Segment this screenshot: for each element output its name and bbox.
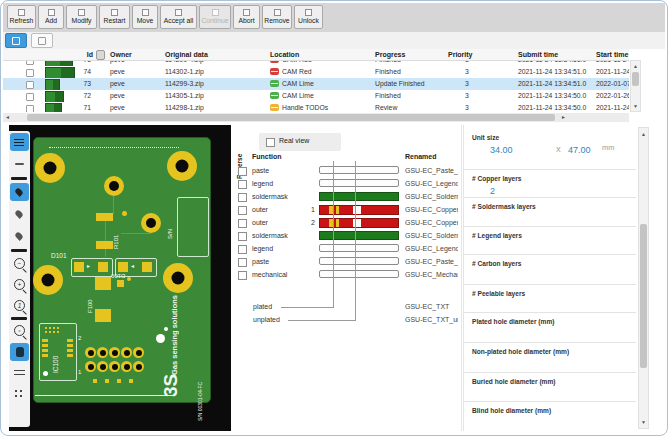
peelable-layers-card[interactable]: # Peelable layers [464, 284, 636, 312]
row-checkbox[interactable] [26, 105, 34, 112]
grid-tool-button[interactable] [10, 385, 29, 403]
stackup-bar-copper-bottom [319, 218, 399, 228]
layer-checkbox[interactable] [238, 180, 247, 189]
properties-vertical-scrollbar[interactable]: ▲ ▼ [638, 127, 649, 429]
zoom-fit-button[interactable]: ▫ [10, 322, 29, 340]
layer-checkbox[interactable] [238, 219, 247, 228]
layer-checkbox[interactable] [238, 245, 247, 254]
move-button[interactable]: Move [132, 5, 158, 29]
scrollbar-thumb[interactable] [640, 224, 647, 368]
layer-row[interactable]: outer 2 GSU-EC_Copper_ [233, 217, 459, 230]
abort-button[interactable]: Abort [233, 5, 260, 29]
scroll-right-icon[interactable]: ► [561, 113, 566, 122]
column-priority[interactable]: Priority [448, 50, 473, 60]
remove-button[interactable]: Remove [262, 5, 292, 29]
drill-row-plated[interactable]: plated GSU-EC_TXT [233, 301, 459, 313]
row-checkbox[interactable] [26, 69, 34, 77]
table-vertical-scrollbar[interactable]: ▲ ▼ [630, 60, 641, 112]
scroll-up-icon[interactable]: ▲ [631, 62, 640, 70]
unit-width-value[interactable]: 34.00 [490, 145, 513, 155]
pan-tool-button-active[interactable] [10, 343, 29, 361]
layer-row[interactable]: legend GSU-EC_Legend [233, 178, 459, 191]
layer-row[interactable]: soldermask GSU-EC_Solderm [233, 230, 459, 243]
layer-checkbox[interactable] [238, 206, 247, 215]
layer-checkbox[interactable] [238, 232, 247, 241]
header-pad [133, 361, 144, 372]
column-start-time[interactable]: Start time [596, 50, 628, 60]
probe-icon [14, 187, 24, 197]
layer-row[interactable]: mechanical GSU-EC_Mechan [233, 269, 459, 282]
scroll-left-icon[interactable]: ◄ [5, 113, 10, 122]
unit-size-card[interactable]: Unit size 34.00 X 47.00 mm [464, 129, 636, 169]
scrollbar-thumb[interactable] [632, 72, 639, 86]
column-submit-time[interactable]: Submit time [518, 50, 558, 60]
copper-layers-card[interactable]: # Copper layers 2 [464, 169, 636, 197]
buried-hole-diameter-card[interactable]: Buried hole diameter (mm) [464, 372, 636, 401]
add-button[interactable]: Add [38, 5, 64, 29]
scroll-down-icon[interactable]: ▼ [631, 102, 640, 110]
plated-hole-diameter-card[interactable]: Plated hole diameter (mm) [464, 312, 636, 342]
pcb-preview-canvas[interactable]: R101 D101 ▸ ◂ D100 F100 IC100 2 1 [9, 125, 231, 431]
probe-tool-button-active[interactable] [10, 183, 29, 201]
layer-row[interactable]: legend GSU-EC_Legend [233, 243, 459, 256]
drill-hole [136, 350, 142, 356]
row-checkbox[interactable] [26, 93, 34, 101]
unlock-button[interactable]: Unlock [294, 5, 323, 29]
row-checkbox[interactable] [26, 81, 34, 89]
column-id[interactable]: Id [81, 50, 93, 60]
copper-layers-value[interactable]: 2 [490, 186, 495, 196]
scroll-up-icon[interactable]: ▲ [639, 130, 648, 138]
column-owner[interactable]: Owner [110, 50, 132, 60]
table-horizontal-scrollbar[interactable]: ◄ ► [3, 113, 629, 122]
scroll-down-icon[interactable]: ▼ [639, 418, 648, 426]
layer-checkbox[interactable] [238, 167, 247, 176]
probe-tool-button-2[interactable] [10, 205, 29, 223]
column-progress[interactable]: Progress [375, 50, 405, 60]
restart-button[interactable]: Restart [99, 5, 130, 29]
sn-label: S/N [167, 219, 174, 239]
legend-layers-card[interactable]: # Legend layers [464, 226, 636, 254]
non-plated-hole-diameter-card[interactable]: Non-plated hole diameter (mm) [464, 342, 636, 372]
modify-button[interactable]: Modify [66, 5, 97, 29]
align-tool-button[interactable] [10, 364, 29, 382]
soldermask-layers-card[interactable]: # Soldermask layers [464, 197, 636, 226]
mount-pad [35, 153, 65, 183]
drill-row-unplated[interactable]: unplated GSU-EC_TXT_un [233, 314, 459, 326]
tab-list-view-selected[interactable] [5, 33, 27, 48]
layer-checkbox[interactable] [238, 271, 247, 280]
layer-row[interactable]: outer 1 GSU-EC_Copper_ [233, 204, 459, 217]
real-view-toggle[interactable]: Real view [259, 133, 341, 151]
checkbox-icon [38, 37, 46, 45]
zoom-out-button[interactable]: − [10, 255, 29, 273]
drill-hole [100, 350, 106, 356]
column-location[interactable]: Location [270, 50, 299, 60]
measure-tool-button[interactable] [10, 155, 29, 173]
layer-checkbox[interactable] [238, 258, 247, 267]
scrollbar-thumb[interactable] [27, 114, 555, 121]
probe-tool-button-3[interactable] [10, 227, 29, 245]
column-original-data[interactable]: Original data [165, 50, 208, 60]
zoom-1-1-button[interactable]: 1 [10, 297, 29, 315]
layer-checkbox[interactable] [238, 193, 247, 202]
r101-label: R101 [113, 215, 120, 249]
tab-alt-view[interactable] [31, 33, 53, 48]
layer-row[interactable]: paste GSU-EC_Paste_B [233, 256, 459, 269]
rail-separator [11, 317, 27, 320]
cam-job-manager-window: Refresh Add Modify Restart Move Accept a… [0, 0, 668, 436]
row-checkbox[interactable] [26, 61, 34, 65]
zoom-out-icon: − [14, 258, 25, 269]
refresh-button[interactable]: Refresh [7, 5, 36, 29]
layers-tool-button[interactable] [10, 133, 29, 151]
unit-height-value[interactable]: 47.00 [568, 145, 591, 155]
carbon-layers-card[interactable]: # Carbon layers [464, 254, 636, 284]
layer-row[interactable]: soldermask GSU-EC_Solderm [233, 191, 459, 204]
real-view-checkbox[interactable] [266, 138, 275, 147]
accept-all-button[interactable]: Accept all [160, 5, 197, 29]
renamed-header: Renamed [405, 153, 437, 160]
blind-hole-diameter-card[interactable]: Blind hole diameter (mm) [464, 401, 636, 431]
zoom-in-button[interactable]: + [10, 276, 29, 294]
drill-hole [88, 364, 94, 370]
layer-row[interactable]: paste GSU-EC_Paste_T [233, 165, 459, 178]
table-row-71[interactable]: 71 peve 114298-1.zip Handle TODOs Review… [3, 102, 629, 112]
drill-hole [176, 160, 189, 173]
